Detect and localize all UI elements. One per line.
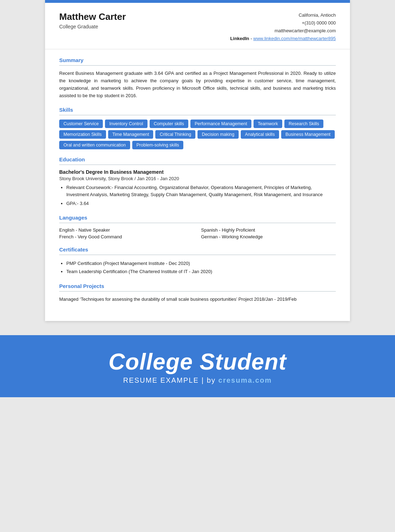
summary-section: Summary Recent Business Management gradu… <box>59 57 336 99</box>
edu-school: Stony Brook University, Stony Brook / Ja… <box>59 176 336 181</box>
resume-container: Matthew Carter College Graduate Californ… <box>45 0 350 321</box>
education-divider <box>59 165 336 165</box>
skill-tag: Inventory Control <box>105 120 147 128</box>
skill-tag: Computer skills <box>150 120 188 128</box>
page-wrapper: Matthew Carter College Graduate Californ… <box>0 0 395 532</box>
linkedin: LinkedIn - www.linkedin.com/me/matthewca… <box>230 35 336 43</box>
languages-title: Languages <box>59 215 336 221</box>
linkedin-label: LinkedIn <box>230 36 249 41</box>
skill-tag: Analytical skills <box>241 130 279 139</box>
skills-title: Skills <box>59 107 336 113</box>
language-item: German - Working Knowledge <box>201 234 336 239</box>
education-title: Education <box>59 156 336 162</box>
linkedin-url[interactable]: www.linkedin.com/me/matthewcarter895 <box>253 36 336 41</box>
edu-list: Relevant Coursework:- Financial Accounti… <box>66 184 336 207</box>
skills-divider <box>59 115 336 115</box>
language-item: English - Native Speaker <box>59 227 194 233</box>
footer-sub-highlight: cresuma.com <box>218 376 272 384</box>
cert-item: PMP Certification (Project Management In… <box>66 259 336 267</box>
lang-level: Highly Proficient <box>222 227 255 233</box>
lang-name: German <box>201 234 218 239</box>
lang-name: Spanish <box>201 227 218 233</box>
skills-section: Skills Customer ServiceInventory Control… <box>59 107 336 149</box>
footer-sub-title: RESUME EXAMPLE | by cresuma.com <box>7 376 388 384</box>
skill-tag: Critical Thinking <box>155 130 195 139</box>
skill-tag: Memorization Skills <box>59 130 106 139</box>
project-text: Managed ‘Techniques for assessing the du… <box>59 296 336 303</box>
languages-grid: English - Native SpeakerSpanish - Highly… <box>59 227 336 239</box>
header-left: Matthew Carter College Graduate <box>59 11 126 29</box>
footer-big-title: College Student <box>7 349 388 374</box>
education-section: Education Bachelor's Degree In Business … <box>59 156 336 207</box>
edu-coursework: Relevant Coursework:- Financial Accounti… <box>66 184 336 199</box>
skill-tag: Performance Management <box>190 120 251 128</box>
resume-header: Matthew Carter College Graduate Californ… <box>45 3 350 49</box>
certificates-title: Certificates <box>59 246 336 253</box>
summary-text: Recent Business Management graduate with… <box>59 70 336 99</box>
skill-tag: Decision making <box>198 130 239 139</box>
skill-tag: Teamwork <box>254 120 282 128</box>
edu-gpa: GPA:- 3.64 <box>66 200 336 207</box>
projects-title: Personal Projects <box>59 283 336 289</box>
skill-tag: Problem-solving skills <box>132 141 183 149</box>
language-item: French - Very Good Command <box>59 234 194 239</box>
certificates-divider <box>59 255 336 255</box>
lang-level: Working Knowledge <box>222 234 263 239</box>
summary-title: Summary <box>59 57 336 63</box>
languages-section: Languages English - Native SpeakerSpanis… <box>59 215 336 239</box>
certificates-section: Certificates PMP Certification (Project … <box>59 246 336 276</box>
top-bar <box>45 0 350 3</box>
candidate-name: Matthew Carter <box>59 11 126 22</box>
candidate-title: College Graduate <box>59 24 126 29</box>
email: matthewcarter@example.com <box>230 27 336 35</box>
footer-sub-part1: RESUME EXAMPLE | by <box>123 376 218 384</box>
phone: +(310) 0000 000 <box>230 19 336 27</box>
lang-name: French <box>59 234 73 239</box>
lang-name: English <box>59 227 74 233</box>
skill-tag: Customer Service <box>59 120 103 128</box>
cert-item: Team Leadership Certification (The Chart… <box>66 267 336 276</box>
lang-level: Very Good Command <box>78 234 122 239</box>
projects-section: Personal Projects Managed ‘Techniques fo… <box>59 283 336 303</box>
skill-tag: Business Management <box>281 130 335 139</box>
cert-list: PMP Certification (Project Management In… <box>66 259 336 276</box>
skill-tag: Oral and written communication <box>59 141 130 149</box>
footer-banner: College Student RESUME EXAMPLE | by cres… <box>0 335 395 397</box>
languages-divider <box>59 223 336 223</box>
language-item: Spanish - Highly Proficient <box>201 227 336 233</box>
resume-content: Summary Recent Business Management gradu… <box>45 49 350 321</box>
skills-container: Customer ServiceInventory ControlCompute… <box>59 120 336 149</box>
edu-degree: Bachelor's Degree In Business Management <box>59 169 336 175</box>
lang-level: Native Speaker <box>78 227 110 233</box>
skill-tag: Time Management <box>108 130 154 139</box>
location: California, Antioch <box>230 11 336 19</box>
skill-tag: Research Skills <box>284 120 323 128</box>
header-right: California, Antioch +(310) 0000 000 matt… <box>230 11 336 43</box>
projects-divider <box>59 291 336 292</box>
summary-divider <box>59 65 336 66</box>
